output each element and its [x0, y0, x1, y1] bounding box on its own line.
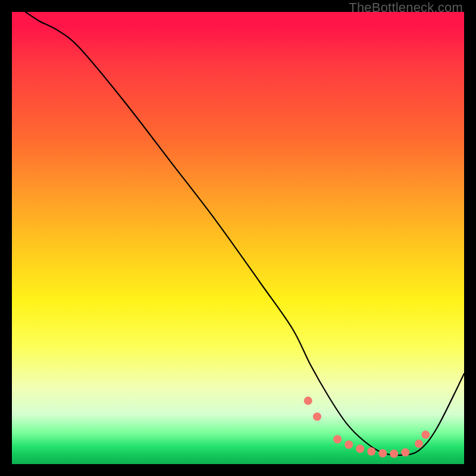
curve-overlay — [12, 12, 464, 464]
bottleneck-curve — [26, 12, 464, 455]
marker-dot — [390, 450, 398, 458]
gradient-background — [12, 12, 464, 464]
marker-dot — [415, 440, 423, 448]
watermark-text: TheBottleneck.com — [349, 0, 463, 15]
marker-dot — [356, 444, 364, 453]
marker-dot — [421, 431, 430, 439]
marker-dot — [401, 448, 409, 456]
marker-dot — [313, 412, 321, 421]
marker-dot — [345, 440, 353, 449]
marker-dot — [333, 435, 342, 443]
marker-dot — [378, 449, 387, 458]
marker-dots — [304, 397, 430, 458]
marker-dot — [304, 397, 312, 405]
chart-frame: TheBottleneck.com — [0, 0, 476, 476]
marker-dot — [367, 447, 375, 456]
